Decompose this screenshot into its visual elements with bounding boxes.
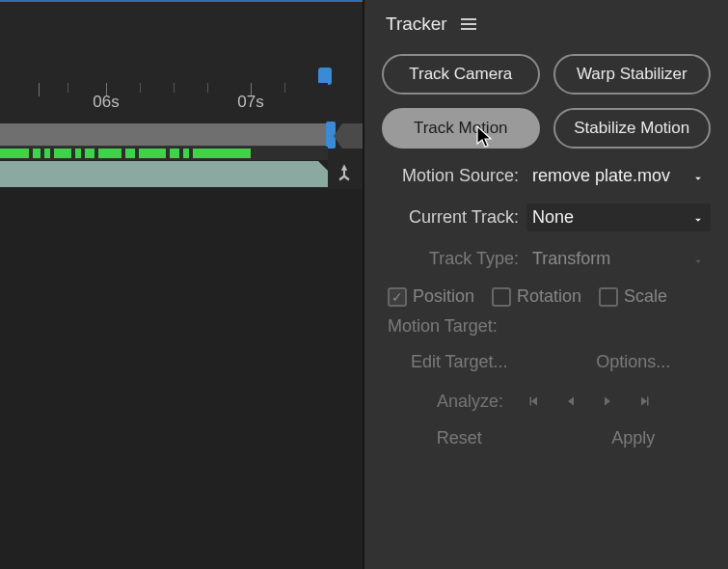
timeline-empty-area xyxy=(0,189,363,569)
rotation-checkbox: Rotation xyxy=(492,286,581,307)
stabilize-motion-button[interactable]: Stabilize Motion xyxy=(553,108,712,149)
options-button: Options... xyxy=(556,344,712,380)
position-checkbox: Position xyxy=(388,286,474,307)
tracker-panel: Tracker Track Camera Warp Stabilizer Tra… xyxy=(363,0,728,569)
rotation-label: Rotation xyxy=(517,286,581,307)
motion-source-value: remove plate.mov xyxy=(532,166,670,186)
scale-label: Scale xyxy=(624,286,667,307)
track-type-label: Track Type: xyxy=(382,249,526,269)
chevron-down-icon xyxy=(691,211,705,225)
analyze-step-forward-icon xyxy=(633,390,656,413)
current-track-dropdown[interactable]: None xyxy=(526,203,711,231)
motion-source-dropdown[interactable]: remove plate.mov xyxy=(526,162,711,190)
timeline-pane: 06s 07s xyxy=(0,0,363,569)
warp-stabilizer-button[interactable]: Warp Stabilizer xyxy=(553,54,712,95)
analyze-controls: Analyze: xyxy=(382,390,711,413)
checkbox-icon xyxy=(388,287,407,307)
analyze-back-icon xyxy=(559,390,582,413)
ruler-label-06s: 06s xyxy=(93,93,119,112)
puppet-pin-icon[interactable] xyxy=(332,162,357,185)
checkbox-icon xyxy=(492,287,511,307)
checkbox-icon xyxy=(599,287,618,307)
active-tab-indicator xyxy=(0,0,363,2)
apply-button: Apply xyxy=(556,420,712,456)
analyze-label: Analyze: xyxy=(437,392,503,412)
track-type-dropdown: Transform xyxy=(526,245,711,273)
chevron-down-icon xyxy=(691,253,705,266)
composition-marker[interactable] xyxy=(334,123,363,149)
track-options-row: Position Rotation Scale xyxy=(388,286,711,307)
chevron-down-icon xyxy=(691,170,705,183)
panel-header: Tracker xyxy=(386,14,711,35)
position-label: Position xyxy=(413,286,474,307)
current-track-value: None xyxy=(532,207,574,228)
panel-title: Tracker xyxy=(386,14,447,35)
time-ruler[interactable]: 06s 07s xyxy=(0,83,328,120)
footage-layer-bar[interactable] xyxy=(0,160,328,187)
app-root: 06s 07s Tracker xyxy=(0,0,728,569)
panel-menu-icon[interactable] xyxy=(461,18,476,30)
ruler-label-07s: 07s xyxy=(237,93,263,112)
edit-target-button: Edit Target... xyxy=(382,344,537,380)
analyze-forward-icon xyxy=(596,390,619,413)
motion-source-label: Motion Source: xyxy=(382,166,526,186)
work-area-end-handle[interactable] xyxy=(326,122,336,149)
track-type-value: Transform xyxy=(532,249,610,269)
track-camera-button[interactable]: Track Camera xyxy=(382,54,540,95)
motion-target-label: Motion Target: xyxy=(388,316,711,337)
cache-indicator-track xyxy=(0,147,328,160)
scale-checkbox: Scale xyxy=(599,286,667,307)
work-area-bar[interactable] xyxy=(0,123,328,147)
track-motion-button[interactable]: Track Motion xyxy=(382,108,540,149)
reset-button: Reset xyxy=(382,420,537,456)
analyze-step-back-icon xyxy=(523,390,546,413)
current-track-label: Current Track: xyxy=(382,207,526,228)
